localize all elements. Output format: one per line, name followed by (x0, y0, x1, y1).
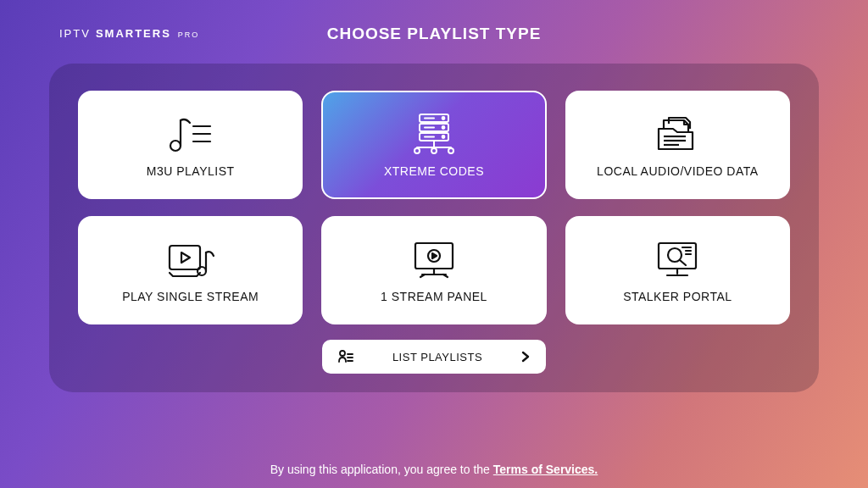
svg-point-15 (415, 148, 420, 153)
card-label: 1 STREAM PANEL (381, 290, 487, 303)
svg-point-22 (198, 267, 206, 275)
card-play-single-stream[interactable]: PLAY SINGLE STREAM (78, 216, 303, 324)
folder-files-icon (652, 112, 703, 156)
monitor-play-icon (409, 237, 459, 281)
chevron-right-icon (520, 351, 531, 363)
card-xtreme-codes[interactable]: XTREME CODES (321, 91, 546, 199)
logo-prefix: IPTV (59, 27, 91, 40)
card-label: M3U PLAYLIST (147, 164, 235, 178)
card-local-media[interactable]: LOCAL AUDIO/VIDEO DATA (565, 91, 790, 199)
svg-point-8 (442, 126, 445, 129)
card-stalker-portal[interactable]: STALKER PORTAL (565, 216, 790, 324)
svg-point-7 (442, 117, 445, 119)
svg-rect-21 (170, 246, 200, 269)
playlist-type-panel: M3U PLAYLIST (49, 64, 819, 392)
svg-point-37 (340, 351, 345, 356)
page-title: CHOOSE PLAYLIST TYPE (327, 25, 542, 43)
card-label: PLAY SINGLE STREAM (122, 290, 259, 303)
monitor-search-icon (652, 237, 703, 281)
card-label: STALKER PORTAL (623, 290, 732, 303)
svg-point-0 (170, 141, 181, 151)
list-playlists-button[interactable]: LIST PLAYLISTS (322, 340, 546, 374)
card-m3u-playlist[interactable]: M3U PLAYLIST (78, 91, 303, 199)
svg-point-17 (448, 148, 453, 153)
card-label: XTREME CODES (384, 164, 484, 178)
terms-prefix: By using this application, you agree to … (270, 463, 493, 476)
terms-link[interactable]: Terms of Services. (493, 463, 598, 476)
app-logo: IPTV SMARTERS PRO (59, 27, 199, 40)
server-network-icon (409, 112, 459, 156)
user-list-icon (337, 348, 354, 365)
svg-line-31 (680, 260, 686, 265)
play-music-icon (164, 237, 217, 281)
terms-notice: By using this application, you agree to … (0, 463, 868, 476)
svg-point-16 (431, 148, 437, 153)
svg-point-9 (442, 136, 445, 138)
svg-line-27 (420, 274, 425, 277)
music-list-icon (166, 112, 215, 156)
card-onestream-panel[interactable]: 1 STREAM PANEL (321, 216, 546, 324)
logo-suffix: PRO (178, 30, 200, 39)
card-label: LOCAL AUDIO/VIDEO DATA (597, 164, 758, 178)
list-button-label: LIST PLAYLISTS (354, 351, 520, 363)
svg-line-28 (443, 274, 448, 277)
logo-main: SMARTERS (96, 27, 171, 40)
